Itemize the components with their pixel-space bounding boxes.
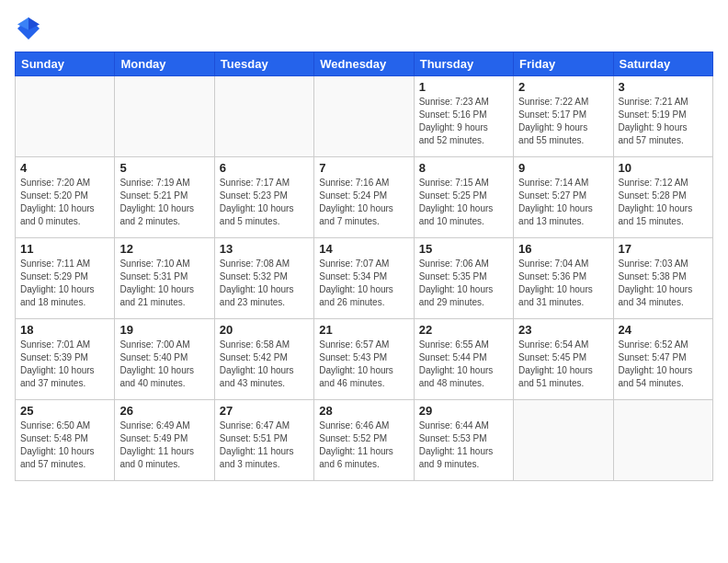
day-detail: Sunrise: 6:44 AM Sunset: 5:53 PM Dayligh… xyxy=(419,419,508,471)
day-detail: Sunrise: 6:46 AM Sunset: 5:52 PM Dayligh… xyxy=(319,419,408,471)
day-number: 29 xyxy=(419,404,508,418)
day-detail: Sunrise: 7:08 AM Sunset: 5:32 PM Dayligh… xyxy=(220,258,309,309)
calendar-cell: 21Sunrise: 6:57 AM Sunset: 5:43 PM Dayli… xyxy=(314,319,414,400)
day-header-sunday: Sunday xyxy=(16,52,115,76)
day-detail: Sunrise: 6:58 AM Sunset: 5:42 PM Dayligh… xyxy=(220,339,309,390)
day-detail: Sunrise: 7:22 AM Sunset: 5:17 PM Dayligh… xyxy=(518,96,608,147)
calendar-cell: 8Sunrise: 7:15 AM Sunset: 5:25 PM Daylig… xyxy=(414,157,513,238)
calendar-cell: 18Sunrise: 7:01 AM Sunset: 5:39 PM Dayli… xyxy=(16,319,115,400)
day-detail: Sunrise: 6:47 AM Sunset: 5:51 PM Dayligh… xyxy=(220,419,309,471)
day-detail: Sunrise: 7:17 AM Sunset: 5:23 PM Dayligh… xyxy=(220,177,309,228)
calendar-cell: 2Sunrise: 7:22 AM Sunset: 5:17 PM Daylig… xyxy=(514,76,613,157)
day-detail: Sunrise: 7:12 AM Sunset: 5:28 PM Dayligh… xyxy=(619,177,708,228)
calendar-cell: 29Sunrise: 6:44 AM Sunset: 5:53 PM Dayli… xyxy=(414,400,513,481)
calendar-cell xyxy=(115,76,214,157)
day-number: 2 xyxy=(518,80,608,94)
day-header-wednesday: Wednesday xyxy=(314,52,414,76)
calendar-cell: 10Sunrise: 7:12 AM Sunset: 5:28 PM Dayli… xyxy=(613,157,712,238)
day-number: 7 xyxy=(319,161,408,175)
day-number: 16 xyxy=(518,242,608,256)
day-number: 28 xyxy=(319,404,408,418)
day-number: 25 xyxy=(20,404,109,418)
day-number: 17 xyxy=(619,242,708,256)
day-number: 20 xyxy=(220,323,309,337)
day-detail: Sunrise: 6:54 AM Sunset: 5:45 PM Dayligh… xyxy=(518,339,608,390)
calendar-cell: 16Sunrise: 7:04 AM Sunset: 5:36 PM Dayli… xyxy=(514,238,613,319)
day-detail: Sunrise: 7:03 AM Sunset: 5:38 PM Dayligh… xyxy=(619,258,708,309)
calendar-cell: 9Sunrise: 7:14 AM Sunset: 5:27 PM Daylig… xyxy=(514,157,613,238)
calendar-cell xyxy=(514,400,613,481)
calendar-cell xyxy=(613,400,712,481)
day-header-thursday: Thursday xyxy=(414,52,513,76)
calendar-cell: 1Sunrise: 7:23 AM Sunset: 5:16 PM Daylig… xyxy=(414,76,513,157)
calendar-cell: 14Sunrise: 7:07 AM Sunset: 5:34 PM Dayli… xyxy=(314,238,414,319)
calendar-cell: 27Sunrise: 6:47 AM Sunset: 5:51 PM Dayli… xyxy=(214,400,313,481)
calendar-cell: 20Sunrise: 6:58 AM Sunset: 5:42 PM Dayli… xyxy=(214,319,313,400)
day-number: 21 xyxy=(319,323,408,337)
calendar-week-row: 1Sunrise: 7:23 AM Sunset: 5:16 PM Daylig… xyxy=(16,76,713,157)
calendar-week-row: 11Sunrise: 7:11 AM Sunset: 5:29 PM Dayli… xyxy=(16,238,713,319)
day-number: 6 xyxy=(220,161,309,175)
calendar-cell: 7Sunrise: 7:16 AM Sunset: 5:24 PM Daylig… xyxy=(314,157,414,238)
day-number: 27 xyxy=(220,404,309,418)
calendar-cell: 15Sunrise: 7:06 AM Sunset: 5:35 PM Dayli… xyxy=(414,238,513,319)
calendar-header-row: SundayMondayTuesdayWednesdayThursdayFrid… xyxy=(16,52,713,76)
day-header-friday: Friday xyxy=(514,52,613,76)
day-number: 3 xyxy=(619,80,708,94)
day-number: 10 xyxy=(619,161,708,175)
day-number: 13 xyxy=(220,242,309,256)
day-detail: Sunrise: 7:10 AM Sunset: 5:31 PM Dayligh… xyxy=(119,258,209,309)
day-detail: Sunrise: 7:23 AM Sunset: 5:16 PM Dayligh… xyxy=(419,96,508,147)
day-detail: Sunrise: 7:20 AM Sunset: 5:20 PM Dayligh… xyxy=(20,177,109,228)
calendar-cell: 23Sunrise: 6:54 AM Sunset: 5:45 PM Dayli… xyxy=(514,319,613,400)
logo-icon xyxy=(15,15,42,42)
day-header-saturday: Saturday xyxy=(613,52,712,76)
day-detail: Sunrise: 7:19 AM Sunset: 5:21 PM Dayligh… xyxy=(119,177,209,228)
day-detail: Sunrise: 6:55 AM Sunset: 5:44 PM Dayligh… xyxy=(419,339,508,390)
calendar-cell: 26Sunrise: 6:49 AM Sunset: 5:49 PM Dayli… xyxy=(115,400,214,481)
page-header xyxy=(15,15,713,42)
day-number: 14 xyxy=(319,242,408,256)
day-detail: Sunrise: 7:21 AM Sunset: 5:19 PM Dayligh… xyxy=(619,96,708,147)
logo xyxy=(15,15,46,42)
calendar-cell: 24Sunrise: 6:52 AM Sunset: 5:47 PM Dayli… xyxy=(613,319,712,400)
calendar-week-row: 18Sunrise: 7:01 AM Sunset: 5:39 PM Dayli… xyxy=(16,319,713,400)
day-number: 4 xyxy=(20,161,109,175)
day-number: 19 xyxy=(119,323,209,337)
day-header-tuesday: Tuesday xyxy=(214,52,313,76)
day-number: 5 xyxy=(119,161,209,175)
calendar-cell: 22Sunrise: 6:55 AM Sunset: 5:44 PM Dayli… xyxy=(414,319,513,400)
day-header-monday: Monday xyxy=(115,52,214,76)
day-number: 22 xyxy=(419,323,508,337)
calendar-week-row: 4Sunrise: 7:20 AM Sunset: 5:20 PM Daylig… xyxy=(16,157,713,238)
day-number: 1 xyxy=(419,80,508,94)
calendar-cell: 13Sunrise: 7:08 AM Sunset: 5:32 PM Dayli… xyxy=(214,238,313,319)
calendar-cell: 5Sunrise: 7:19 AM Sunset: 5:21 PM Daylig… xyxy=(115,157,214,238)
calendar-cell: 11Sunrise: 7:11 AM Sunset: 5:29 PM Dayli… xyxy=(16,238,115,319)
day-number: 9 xyxy=(518,161,608,175)
day-detail: Sunrise: 7:16 AM Sunset: 5:24 PM Dayligh… xyxy=(319,177,408,228)
day-detail: Sunrise: 7:15 AM Sunset: 5:25 PM Dayligh… xyxy=(419,177,508,228)
calendar-cell: 17Sunrise: 7:03 AM Sunset: 5:38 PM Dayli… xyxy=(613,238,712,319)
calendar-table: SundayMondayTuesdayWednesdayThursdayFrid… xyxy=(15,52,713,481)
calendar-cell: 25Sunrise: 6:50 AM Sunset: 5:48 PM Dayli… xyxy=(16,400,115,481)
calendar-cell xyxy=(214,76,313,157)
calendar-cell: 4Sunrise: 7:20 AM Sunset: 5:20 PM Daylig… xyxy=(16,157,115,238)
day-number: 23 xyxy=(518,323,608,337)
day-detail: Sunrise: 6:49 AM Sunset: 5:49 PM Dayligh… xyxy=(119,419,209,471)
day-detail: Sunrise: 6:52 AM Sunset: 5:47 PM Dayligh… xyxy=(619,339,708,390)
day-number: 12 xyxy=(119,242,209,256)
calendar-cell: 3Sunrise: 7:21 AM Sunset: 5:19 PM Daylig… xyxy=(613,76,712,157)
day-detail: Sunrise: 6:57 AM Sunset: 5:43 PM Dayligh… xyxy=(319,339,408,390)
calendar-cell xyxy=(314,76,414,157)
day-number: 18 xyxy=(20,323,109,337)
day-detail: Sunrise: 7:06 AM Sunset: 5:35 PM Dayligh… xyxy=(419,258,508,309)
calendar-cell: 19Sunrise: 7:00 AM Sunset: 5:40 PM Dayli… xyxy=(115,319,214,400)
day-detail: Sunrise: 7:01 AM Sunset: 5:39 PM Dayligh… xyxy=(20,339,109,390)
calendar-cell xyxy=(16,76,115,157)
day-number: 26 xyxy=(119,404,209,418)
day-number: 24 xyxy=(619,323,708,337)
day-number: 8 xyxy=(419,161,508,175)
day-number: 15 xyxy=(419,242,508,256)
calendar-week-row: 25Sunrise: 6:50 AM Sunset: 5:48 PM Dayli… xyxy=(16,400,713,481)
